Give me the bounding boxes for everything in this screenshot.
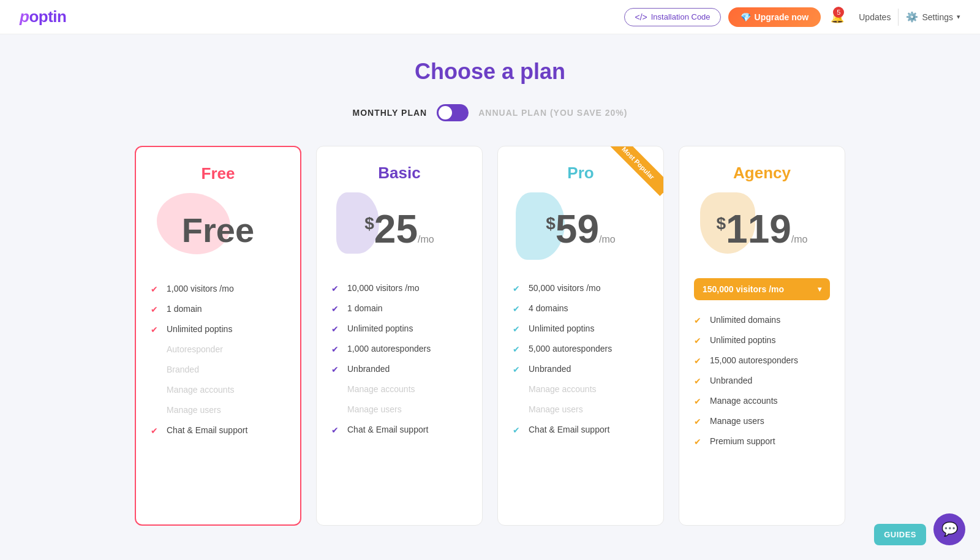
feature-text: 15,000 autoresponders (710, 355, 798, 365)
visitors-dropdown[interactable]: 150,000 visitors /mo ▾ (694, 278, 830, 300)
toggle-knob (439, 106, 452, 119)
plan-price-agency: $119/mo (694, 192, 830, 266)
check-icon: ✔ (331, 425, 341, 435)
list-item: ✔ 4 domains (513, 298, 649, 319)
updates-button[interactable]: 🔔 5 Updates (828, 10, 891, 24)
installation-code-button[interactable]: </> Installation Code (624, 8, 720, 26)
list-item: ✔ Chat & Email support (513, 420, 649, 440)
check-icon (331, 385, 341, 395)
currency-pro: $ (546, 214, 556, 233)
feature-text: Premium support (710, 436, 775, 446)
check-icon: ✔ (694, 376, 704, 386)
chevron-down-icon: ▾ (818, 285, 821, 293)
currency-agency: $ (716, 214, 726, 233)
header: poptin </> Installation Code 💎 Upgrade n… (0, 0, 980, 34)
plan-name-free: Free (151, 164, 285, 183)
check-icon (151, 406, 160, 415)
feature-text: Unbranded (529, 364, 571, 374)
plan-name-agency: Agency (694, 164, 830, 183)
upgrade-button[interactable]: 💎 Upgrade now (728, 7, 821, 27)
billing-toggle[interactable] (437, 104, 469, 121)
feature-text: Unlimited poptins (167, 324, 232, 334)
list-item: Autoresponder (151, 339, 285, 360)
check-icon (151, 345, 160, 355)
plan-card-agency: Agency $119/mo 150,000 visitors /mo ▾ ✔ … (679, 146, 845, 526)
feature-text: Manage users (167, 405, 221, 415)
check-icon: ✔ (331, 284, 341, 293)
list-item: ✔ Unlimited poptins (151, 319, 285, 339)
visitors-dropdown-label: 150,000 visitors /mo (703, 284, 784, 294)
feature-text: Unbranded (710, 376, 752, 385)
feature-text: 1,000 visitors /mo (167, 284, 234, 293)
check-icon (151, 365, 160, 375)
check-icon: ✔ (331, 304, 341, 314)
list-item: ✔ 50,000 visitors /mo (513, 278, 649, 298)
check-icon: ✔ (331, 344, 341, 354)
list-item: ✔ Manage accounts (694, 391, 830, 411)
feature-text: Unlimited domains (710, 315, 780, 325)
check-icon: ✔ (331, 365, 341, 374)
list-item: Branded (151, 360, 285, 380)
gem-icon: 💎 (741, 12, 751, 22)
check-icon: ✔ (694, 396, 704, 406)
updates-badge: 5 (833, 7, 844, 18)
check-icon: ✔ (151, 305, 160, 314)
feature-text: Unlimited poptins (347, 324, 413, 333)
list-item: ✔ Unbranded (513, 359, 649, 379)
chat-bubble-button[interactable]: 💬 (933, 513, 965, 545)
check-icon: ✔ (513, 324, 522, 334)
list-item: ✔ Unlimited poptins (331, 319, 467, 339)
check-icon: ✔ (513, 304, 522, 314)
header-actions: </> Installation Code 💎 Upgrade now 🔔 5 … (624, 7, 960, 27)
feature-text: Manage users (710, 416, 764, 426)
chevron-down-icon: ▾ (957, 13, 960, 21)
feature-text: 5,000 autoresponders (529, 344, 612, 354)
check-icon: ✔ (694, 417, 704, 426)
features-list-free: ✔ 1,000 visitors /mo ✔ 1 domain ✔ Unlimi… (151, 279, 285, 441)
check-icon: ✔ (694, 336, 704, 346)
list-item: Manage accounts (513, 379, 649, 399)
check-icon: ✔ (151, 284, 160, 294)
check-icon: ✔ (513, 425, 522, 435)
guides-button[interactable]: GUIDES (874, 524, 926, 545)
check-icon: ✔ (513, 284, 522, 293)
plan-card-basic: Basic $25/mo ✔ 10,000 visitors /mo ✔ 1 d… (316, 146, 483, 526)
list-item: ✔ 1 domain (151, 299, 285, 319)
list-item: ✔ Premium support (694, 431, 830, 452)
check-icon (513, 405, 522, 415)
monthly-plan-label: MONTHLY PLAN (353, 108, 428, 118)
check-icon (331, 405, 341, 415)
list-item: ✔ 10,000 visitors /mo (331, 278, 467, 298)
annual-plan-label: ANNUAL PLAN (YOU SAVE 20%) (478, 108, 627, 118)
feature-text: Manage users (529, 404, 583, 414)
price-display-agency: $119/mo (716, 210, 807, 249)
check-icon: ✔ (331, 324, 341, 334)
list-item: ✔ Chat & Email support (331, 420, 467, 440)
plan-card-pro: Most Popular Pro $59/mo ✔ 50,000 visitor… (497, 146, 664, 526)
check-icon: ✔ (513, 344, 522, 354)
code-icon: </> (635, 12, 647, 22)
feature-text: 1,000 autoresponders (347, 344, 431, 354)
gear-icon: ⚙️ (906, 11, 918, 23)
list-item: Manage users (331, 399, 467, 420)
feature-text: Autoresponder (167, 344, 223, 354)
ribbon-label: Most Popular (608, 146, 663, 196)
feature-text: Manage accounts (529, 384, 597, 394)
list-item: ✔ 15,000 autoresponders (694, 350, 830, 371)
check-icon: ✔ (151, 325, 160, 335)
settings-button[interactable]: ⚙️ Settings ▾ (906, 11, 960, 23)
plan-price-basic: $25/mo (331, 192, 467, 266)
feature-text: 1 domain (167, 304, 202, 314)
list-item: ✔ Unlimited poptins (694, 330, 830, 350)
feature-text: Branded (167, 365, 199, 374)
check-icon: ✔ (694, 437, 704, 447)
feature-text: Chat & Email support (529, 425, 609, 434)
check-icon (513, 385, 522, 395)
price-display-basic: $25/mo (364, 210, 434, 249)
features-list-agency: ✔ Unlimited domains ✔ Unlimited poptins … (694, 310, 830, 452)
list-item: ✔ Unbranded (331, 359, 467, 379)
feature-text: Unlimited poptins (710, 335, 775, 345)
feature-text: 1 domain (347, 303, 383, 313)
logo: poptin (20, 7, 66, 26)
feature-text: Chat & Email support (347, 425, 428, 434)
